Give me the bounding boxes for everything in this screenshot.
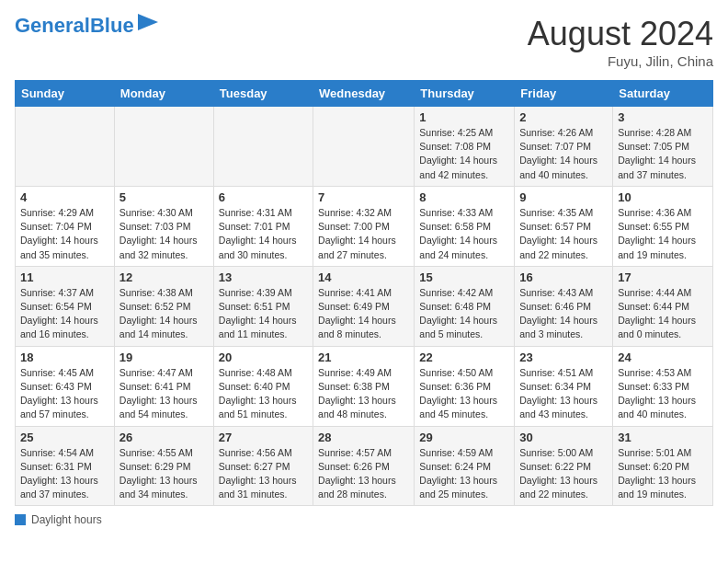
day-number: 8	[419, 190, 509, 204]
week-row-4: 25Sunrise: 4:54 AM Sunset: 6:31 PM Dayli…	[16, 426, 713, 506]
day-number: 9	[519, 190, 608, 204]
calendar-cell: 3Sunrise: 4:28 AM Sunset: 7:05 PM Daylig…	[613, 107, 713, 187]
calendar-cell: 17Sunrise: 4:44 AM Sunset: 6:44 PM Dayli…	[613, 266, 713, 346]
day-info: Sunrise: 4:54 AM Sunset: 6:31 PM Dayligh…	[20, 446, 109, 502]
calendar-cell: 2Sunrise: 4:26 AM Sunset: 7:07 PM Daylig…	[515, 107, 613, 187]
calendar-cell	[114, 107, 213, 187]
calendar-cell: 12Sunrise: 4:38 AM Sunset: 6:52 PM Dayli…	[114, 266, 213, 346]
calendar-cell: 5Sunrise: 4:30 AM Sunset: 7:03 PM Daylig…	[114, 186, 213, 266]
day-number: 19	[119, 350, 209, 364]
day-info: Sunrise: 4:57 AM Sunset: 6:26 PM Dayligh…	[318, 446, 409, 502]
calendar-cell: 7Sunrise: 4:32 AM Sunset: 7:00 PM Daylig…	[313, 186, 415, 266]
day-header-tuesday: Tuesday	[213, 81, 313, 107]
footer: Daylight hours	[15, 513, 713, 526]
day-number: 6	[219, 190, 308, 204]
day-info: Sunrise: 4:26 AM Sunset: 7:07 PM Dayligh…	[519, 126, 608, 182]
day-number: 27	[219, 431, 308, 444]
day-info: Sunrise: 4:45 AM Sunset: 6:43 PM Dayligh…	[20, 366, 109, 422]
day-info: Sunrise: 4:38 AM Sunset: 6:52 PM Dayligh…	[119, 286, 209, 342]
calendar-cell: 20Sunrise: 4:48 AM Sunset: 6:40 PM Dayli…	[213, 346, 313, 426]
calendar-cell: 14Sunrise: 4:41 AM Sunset: 6:49 PM Dayli…	[313, 266, 415, 346]
day-number: 26	[119, 431, 209, 444]
day-number: 17	[618, 270, 708, 284]
footer-dot-icon	[15, 514, 26, 525]
day-info: Sunrise: 4:32 AM Sunset: 7:00 PM Dayligh…	[318, 206, 409, 262]
day-number: 12	[119, 270, 209, 284]
logo-blue: Blue	[90, 14, 134, 37]
calendar-cell: 24Sunrise: 4:53 AM Sunset: 6:33 PM Dayli…	[613, 346, 713, 426]
week-row-1: 4Sunrise: 4:29 AM Sunset: 7:04 PM Daylig…	[16, 186, 713, 266]
calendar-cell	[213, 107, 313, 187]
day-number: 16	[519, 270, 608, 284]
day-info: Sunrise: 4:50 AM Sunset: 6:36 PM Dayligh…	[419, 366, 509, 422]
day-info: Sunrise: 4:47 AM Sunset: 6:41 PM Dayligh…	[119, 366, 209, 422]
calendar-cell: 16Sunrise: 4:43 AM Sunset: 6:46 PM Dayli…	[515, 266, 613, 346]
day-number: 25	[20, 431, 109, 444]
day-info: Sunrise: 4:31 AM Sunset: 7:01 PM Dayligh…	[219, 206, 308, 262]
calendar-cell: 28Sunrise: 4:57 AM Sunset: 6:26 PM Dayli…	[313, 426, 415, 506]
day-header-sunday: Sunday	[16, 81, 115, 107]
day-info: Sunrise: 4:29 AM Sunset: 7:04 PM Dayligh…	[20, 206, 109, 262]
day-info: Sunrise: 4:36 AM Sunset: 6:55 PM Dayligh…	[618, 206, 708, 262]
day-info: Sunrise: 4:33 AM Sunset: 6:58 PM Dayligh…	[419, 206, 509, 262]
day-info: Sunrise: 4:51 AM Sunset: 6:34 PM Dayligh…	[519, 366, 608, 422]
day-number: 4	[20, 190, 109, 204]
day-number: 7	[318, 190, 409, 204]
day-info: Sunrise: 4:25 AM Sunset: 7:08 PM Dayligh…	[419, 126, 509, 182]
day-info: Sunrise: 4:35 AM Sunset: 6:57 PM Dayligh…	[519, 206, 608, 262]
day-number: 13	[219, 270, 308, 284]
day-header-friday: Friday	[515, 81, 613, 107]
day-number: 23	[519, 350, 608, 364]
day-number: 3	[618, 110, 708, 124]
day-number: 18	[20, 350, 109, 364]
calendar-cell: 25Sunrise: 4:54 AM Sunset: 6:31 PM Dayli…	[16, 426, 115, 506]
day-number: 31	[618, 431, 708, 444]
day-number: 21	[318, 350, 409, 364]
calendar-cell: 26Sunrise: 4:55 AM Sunset: 6:29 PM Dayli…	[114, 426, 213, 506]
day-header-monday: Monday	[114, 81, 213, 107]
svg-marker-0	[138, 14, 158, 30]
logo: GeneralBlue	[15, 15, 158, 37]
calendar-cell: 9Sunrise: 4:35 AM Sunset: 6:57 PM Daylig…	[515, 186, 613, 266]
calendar-cell: 22Sunrise: 4:50 AM Sunset: 6:36 PM Dayli…	[415, 346, 515, 426]
day-info: Sunrise: 4:41 AM Sunset: 6:49 PM Dayligh…	[318, 286, 409, 342]
calendar-table: SundayMondayTuesdayWednesdayThursdayFrid…	[15, 80, 713, 506]
day-number: 1	[419, 110, 509, 124]
day-info: Sunrise: 4:53 AM Sunset: 6:33 PM Dayligh…	[618, 366, 708, 422]
day-number: 11	[20, 270, 109, 284]
day-number: 28	[318, 431, 409, 444]
week-row-3: 18Sunrise: 4:45 AM Sunset: 6:43 PM Dayli…	[16, 346, 713, 426]
day-header-wednesday: Wednesday	[313, 81, 415, 107]
week-row-2: 11Sunrise: 4:37 AM Sunset: 6:54 PM Dayli…	[16, 266, 713, 346]
calendar-cell: 31Sunrise: 5:01 AM Sunset: 6:20 PM Dayli…	[613, 426, 713, 506]
calendar-cell	[16, 107, 115, 187]
day-number: 2	[519, 110, 608, 124]
logo-arrow-icon	[138, 14, 158, 30]
logo-general: General	[15, 14, 90, 37]
calendar-cell: 30Sunrise: 5:00 AM Sunset: 6:22 PM Dayli…	[515, 426, 613, 506]
day-info: Sunrise: 4:37 AM Sunset: 6:54 PM Dayligh…	[20, 286, 109, 342]
day-header-thursday: Thursday	[415, 81, 515, 107]
day-number: 14	[318, 270, 409, 284]
footer-label: Daylight hours	[31, 513, 102, 526]
day-info: Sunrise: 4:56 AM Sunset: 6:27 PM Dayligh…	[219, 446, 308, 502]
day-number: 10	[618, 190, 708, 204]
day-number: 15	[419, 270, 509, 284]
logo-text: GeneralBlue	[15, 15, 134, 37]
calendar-cell: 15Sunrise: 4:42 AM Sunset: 6:48 PM Dayli…	[415, 266, 515, 346]
day-info: Sunrise: 4:39 AM Sunset: 6:51 PM Dayligh…	[219, 286, 308, 342]
page-header: GeneralBlue August 2024 Fuyu, Jilin, Chi…	[15, 15, 713, 69]
day-info: Sunrise: 4:48 AM Sunset: 6:40 PM Dayligh…	[219, 366, 308, 422]
calendar-cell: 11Sunrise: 4:37 AM Sunset: 6:54 PM Dayli…	[16, 266, 115, 346]
calendar-cell: 10Sunrise: 4:36 AM Sunset: 6:55 PM Dayli…	[613, 186, 713, 266]
calendar-cell: 8Sunrise: 4:33 AM Sunset: 6:58 PM Daylig…	[415, 186, 515, 266]
day-number: 29	[419, 431, 509, 444]
day-info: Sunrise: 4:28 AM Sunset: 7:05 PM Dayligh…	[618, 126, 708, 182]
calendar-cell: 13Sunrise: 4:39 AM Sunset: 6:51 PM Dayli…	[213, 266, 313, 346]
day-info: Sunrise: 4:42 AM Sunset: 6:48 PM Dayligh…	[419, 286, 509, 342]
calendar-cell: 1Sunrise: 4:25 AM Sunset: 7:08 PM Daylig…	[415, 107, 515, 187]
day-info: Sunrise: 4:43 AM Sunset: 6:46 PM Dayligh…	[519, 286, 608, 342]
day-number: 24	[618, 350, 708, 364]
calendar-cell: 19Sunrise: 4:47 AM Sunset: 6:41 PM Dayli…	[114, 346, 213, 426]
calendar-cell: 18Sunrise: 4:45 AM Sunset: 6:43 PM Dayli…	[16, 346, 115, 426]
